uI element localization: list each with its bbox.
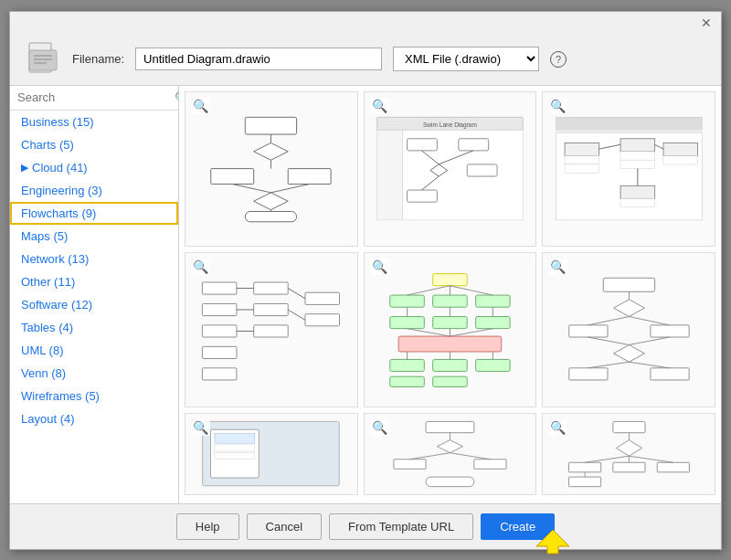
svg-line-80 — [450, 329, 493, 336]
svg-rect-49 — [254, 282, 289, 294]
svg-rect-47 — [203, 346, 238, 358]
svg-rect-86 — [568, 325, 607, 337]
svg-rect-38 — [663, 155, 698, 164]
close-button[interactable]: ✕ — [697, 16, 715, 30]
svg-line-120 — [629, 456, 673, 462]
svg-rect-102 — [215, 453, 255, 460]
svg-line-97 — [629, 362, 669, 368]
arrow-icon: ▶ — [21, 162, 28, 174]
template-card-1[interactable]: 🔍 — [185, 91, 358, 247]
svg-rect-65 — [476, 316, 511, 328]
svg-marker-85 — [613, 300, 644, 317]
svg-rect-66 — [398, 336, 502, 352]
search-box: 🔍 — [10, 86, 178, 111]
svg-rect-37 — [663, 143, 698, 155]
category-flowcharts[interactable]: Flowcharts (9) — [10, 202, 178, 225]
main-area: 🔍 Business (15) Charts (5) ▶ Cloud (41) … — [10, 85, 721, 503]
svg-line-74 — [450, 286, 493, 295]
zoom-icon-3: 🔍 — [548, 98, 567, 114]
category-maps[interactable]: Maps (5) — [10, 225, 178, 248]
help-button[interactable]: Help — [176, 513, 239, 540]
category-network[interactable]: Network (13) — [10, 248, 178, 270]
category-cloud[interactable]: ▶ Cloud (41) — [10, 156, 178, 179]
template-url-button[interactable]: From Template URL — [329, 513, 473, 540]
svg-line-110 — [450, 453, 490, 460]
svg-rect-63 — [390, 316, 425, 328]
svg-line-109 — [409, 453, 450, 460]
category-software[interactable]: Software (12) — [10, 293, 178, 316]
svg-rect-31 — [565, 143, 599, 155]
svg-rect-71 — [433, 376, 468, 386]
svg-rect-24 — [408, 190, 438, 202]
template-card-7[interactable]: 🔍 — [185, 413, 358, 495]
svg-rect-103 — [426, 421, 474, 432]
svg-rect-21 — [459, 139, 489, 151]
create-button[interactable]: Create — [481, 513, 555, 540]
svg-line-92 — [588, 316, 629, 324]
zoom-icon-2: 🔍 — [370, 98, 389, 114]
template-card-3[interactable]: 🔍 — [542, 91, 715, 247]
svg-rect-107 — [426, 477, 474, 487]
svg-rect-33 — [565, 164, 599, 173]
help-icon[interactable]: ? — [550, 51, 567, 68]
svg-line-72 — [408, 286, 450, 295]
cancel-button[interactable]: Cancel — [247, 513, 322, 540]
template-card-5[interactable]: 🔍 — [364, 252, 537, 407]
svg-rect-29 — [556, 130, 702, 132]
svg-rect-18 — [377, 130, 403, 220]
template-card-2[interactable]: 🔍 Swim Lane Diagram — [364, 91, 537, 247]
template-card-8[interactable]: 🔍 — [364, 413, 537, 495]
zoom-icon-1: 🔍 — [191, 98, 210, 114]
svg-rect-114 — [613, 462, 645, 472]
svg-rect-45 — [203, 303, 238, 315]
category-list: Business (15) Charts (5) ▶ Cloud (41) En… — [10, 111, 178, 503]
svg-line-93 — [629, 316, 669, 324]
category-business[interactable]: Business (15) — [10, 111, 178, 133]
svg-rect-101 — [215, 445, 255, 451]
template-card-4[interactable]: 🔍 — [185, 252, 358, 407]
zoom-icon-5: 🔍 — [370, 259, 389, 275]
category-venn[interactable]: Venn (8) — [10, 362, 178, 385]
svg-marker-6 — [254, 143, 289, 160]
zoom-icon-8: 🔍 — [370, 419, 389, 436]
svg-rect-32 — [565, 155, 599, 164]
svg-rect-48 — [203, 368, 238, 380]
svg-rect-10 — [246, 211, 297, 221]
svg-rect-44 — [203, 282, 238, 294]
svg-rect-46 — [203, 325, 238, 337]
svg-rect-90 — [651, 368, 689, 380]
svg-rect-68 — [433, 359, 468, 371]
svg-text:Swim Lane Diagram: Swim Lane Diagram — [423, 122, 477, 129]
svg-rect-59 — [433, 274, 468, 286]
svg-marker-88 — [613, 344, 644, 362]
template-card-9[interactable]: 🔍 — [542, 413, 715, 495]
svg-rect-106 — [474, 460, 506, 470]
svg-rect-89 — [568, 368, 607, 380]
header: Filename: XML File (.drawio) PNG File (.… — [10, 34, 721, 85]
filename-label: Filename: — [72, 52, 124, 66]
svg-line-57 — [289, 288, 306, 298]
category-layout[interactable]: Layout (4) — [10, 407, 178, 430]
filename-input[interactable] — [135, 48, 382, 70]
category-other[interactable]: Other (11) — [10, 270, 178, 293]
zoom-icon-4: 🔍 — [191, 259, 210, 275]
svg-rect-7 — [211, 169, 254, 185]
svg-rect-62 — [476, 295, 511, 307]
title-bar: ✕ — [10, 12, 721, 34]
category-charts[interactable]: Charts (5) — [10, 133, 178, 156]
file-icon — [25, 41, 61, 78]
svg-rect-23 — [467, 164, 497, 176]
filetype-select[interactable]: XML File (.drawio) PNG File (.png) SVG F… — [393, 47, 539, 71]
search-input[interactable] — [17, 90, 171, 104]
svg-line-78 — [408, 329, 450, 336]
category-uml[interactable]: UML (8) — [10, 339, 178, 362]
category-wireframes[interactable]: Wireframes (5) — [10, 385, 178, 407]
svg-rect-35 — [620, 152, 655, 160]
svg-marker-9 — [254, 193, 289, 210]
template-card-6[interactable]: 🔍 — [542, 252, 715, 407]
svg-rect-28 — [556, 117, 702, 130]
svg-rect-111 — [613, 421, 645, 432]
svg-rect-61 — [433, 295, 468, 307]
category-engineering[interactable]: Engineering (3) — [10, 179, 178, 202]
category-tables[interactable]: Tables (4) — [10, 316, 178, 339]
